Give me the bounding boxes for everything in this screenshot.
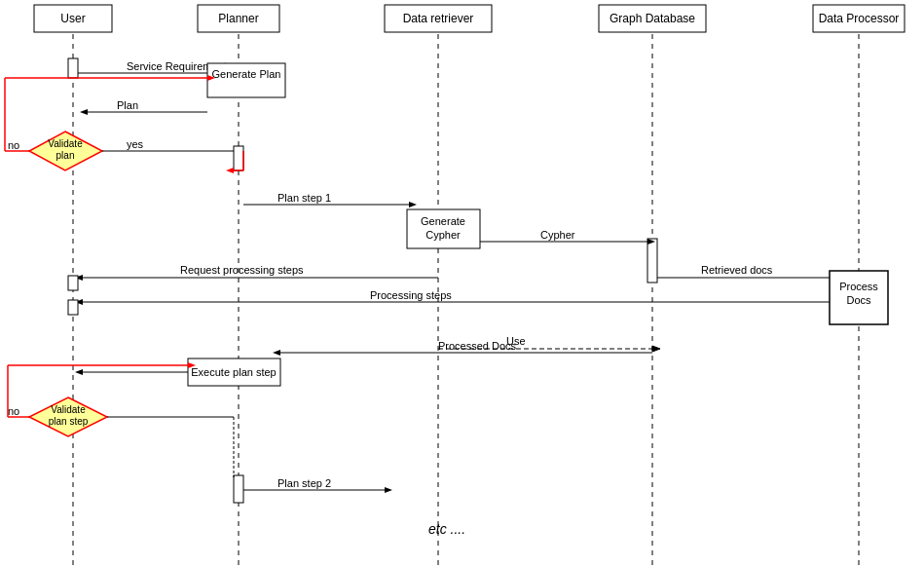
svg-text:Docs: Docs [846,294,871,306]
svg-marker-47 [273,350,280,356]
msg-plan-step-2: Plan step 2 [277,477,331,489]
msg-plan-step-1: Plan step 1 [277,192,331,204]
label-no-2: no [8,405,19,417]
svg-marker-26 [226,168,234,173]
msg-processed-docs: Processed Docs [438,340,517,352]
diamond-validate-plan-step: Validate [51,404,86,415]
actor-dataretriever-label: Data retriever [403,12,474,25]
label-etc: etc .... [428,521,465,537]
svg-marker-15 [80,109,88,115]
msg-plan: Plan [117,99,138,111]
actor-dataprocessor-label: Data Processor [819,12,900,25]
msg-cypher: Cypher [540,229,575,241]
actor-graphdb-label: Graph Database [610,12,695,25]
svg-rect-43 [68,300,78,315]
msg-request-processing: Request processing steps [180,264,304,276]
svg-rect-58 [234,475,243,503]
svg-rect-36 [68,276,78,290]
svg-marker-28 [409,202,417,208]
diamond-validate-plan: Validate [48,138,83,149]
box-process-docs: Process [839,281,878,292]
svg-rect-31 [647,239,657,283]
msg-retrieved-docs: Retrieved docs [701,264,773,276]
box-execute-plan-step: Execute plan step [191,366,276,378]
svg-rect-10 [68,58,78,78]
svg-text:plan: plan [56,150,75,161]
svg-text:plan step: plan step [49,416,89,427]
box-generate-plan: Generate Plan [212,68,281,80]
label-yes: yes [127,138,144,150]
label-no-1: no [8,139,19,151]
svg-marker-50 [75,369,83,375]
box-generate-cypher: Generate [421,215,465,227]
svg-rect-23 [234,146,243,170]
actor-user-label: User [60,12,85,25]
svg-marker-45 [652,346,660,352]
actor-planner-label: Planner [218,12,258,25]
svg-text:Cypher: Cypher [425,229,461,241]
svg-marker-60 [385,487,392,493]
sequence-diagram: User Planner Data retriever Graph Databa… [0,0,924,566]
msg-processing-steps: Processing steps [370,289,452,301]
